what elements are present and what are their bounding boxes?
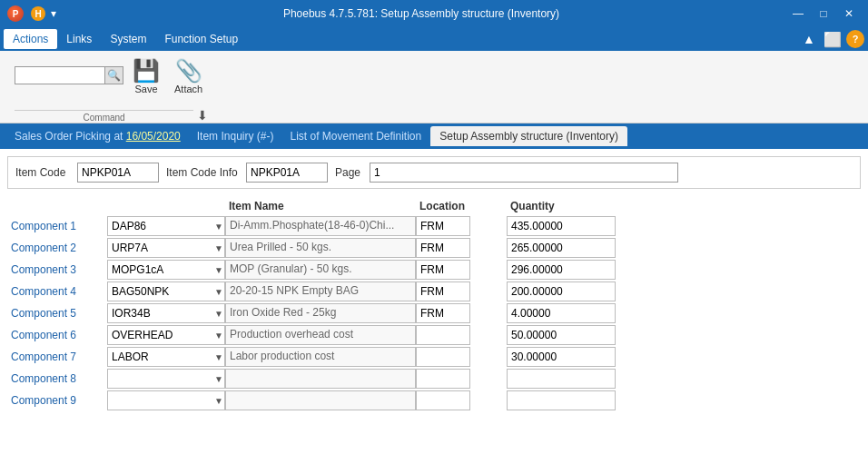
component-3-quantity[interactable]	[507, 260, 616, 280]
command-group-label: Command	[15, 110, 193, 123]
col-header-empty2	[107, 198, 225, 214]
save-label: Save	[134, 84, 157, 94]
table-row: Component 6 OVERHEAD ▼ Production overhe…	[7, 325, 861, 345]
minimize-button[interactable]: —	[786, 4, 810, 24]
col-header-location: Location	[416, 198, 507, 214]
component-9-location[interactable]	[416, 390, 470, 410]
component-6-label: Component 6	[7, 327, 107, 343]
page-label: Page	[335, 166, 362, 179]
search-box: 🔍	[15, 66, 123, 84]
component-5-quantity[interactable]	[507, 303, 616, 323]
attach-icon: 📎	[175, 60, 202, 82]
item-header: Item Code Item Code Info Page	[7, 156, 861, 189]
col-header-empty	[7, 198, 107, 214]
component-5-name: Iron Oxide Red - 25kg	[225, 303, 416, 323]
help-button[interactable]: ?	[846, 30, 864, 48]
table-row: Component 2 URP7A ▼ Urea Prilled - 50 kg…	[7, 238, 861, 258]
table-row: Component 4 BAG50NPK ▼ 20-20-15 NPK Empt…	[7, 281, 861, 301]
component-9-quantity[interactable]	[507, 390, 616, 410]
component-4-name: 20-20-15 NPK Empty BAG	[225, 281, 416, 301]
item-code-info-input[interactable]	[246, 163, 328, 183]
breadcrumb-date: 16/05/2020	[126, 130, 181, 143]
logo-h-icon: H	[31, 6, 45, 21]
window-title: Phoebus 4.7.5.781: Setup Assembly struct…	[56, 7, 786, 20]
close-button[interactable]: ✕	[837, 4, 861, 24]
ribbon-top-row: 🔍 💾 Save 📎 Attach	[15, 58, 208, 96]
menu-links[interactable]: Links	[57, 29, 101, 49]
breadcrumb-movement-def[interactable]: List of Movement Definition	[282, 126, 429, 146]
nav-up-button[interactable]: ▲	[799, 29, 819, 49]
menu-function-setup[interactable]: Function Setup	[155, 29, 247, 49]
component-9-code-wrapper: ▼	[107, 390, 225, 410]
breadcrumb-item-inquiry[interactable]: Item Inquiry (#-)	[190, 126, 281, 146]
breadcrumb-sales-order-label: Sales Order Picking at	[15, 130, 126, 143]
item-code-info-label: Item Code Info	[166, 166, 239, 179]
table-row: Component 7 LABOR ▼ Labor production cos…	[7, 347, 861, 367]
component-3-code-select[interactable]: MOPG1cA	[107, 260, 225, 280]
component-2-location[interactable]	[416, 238, 470, 258]
title-bar-left: P H ▾	[7, 5, 56, 22]
component-9-name	[225, 390, 416, 410]
component-7-location[interactable]	[416, 347, 470, 367]
table-header: Item Name Location Quantity	[7, 196, 861, 216]
component-3-code-wrapper: MOPG1cA ▼	[107, 260, 225, 280]
component-6-code-wrapper: OVERHEAD ▼	[107, 325, 225, 345]
component-3-location[interactable]	[416, 260, 470, 280]
component-6-location[interactable]	[416, 325, 470, 345]
breadcrumb-setup-assembly[interactable]: Setup Assembly structure (Inventory)	[430, 126, 627, 146]
col-header-item-name: Item Name	[225, 198, 416, 214]
save-button[interactable]: 💾 Save	[127, 58, 165, 96]
page-input[interactable]	[370, 163, 678, 183]
table-row: Component 3 MOPG1cA ▼ MOP (Granular) - 5…	[7, 260, 861, 280]
title-bar: P H ▾ Phoebus 4.7.5.781: Setup Assembly …	[0, 0, 868, 27]
component-1-code-select[interactable]: DAP86	[107, 216, 225, 236]
component-2-code-select[interactable]: URP7A	[107, 238, 225, 258]
component-8-label: Component 8	[7, 370, 107, 387]
table-row: Component 9 ▼	[7, 390, 861, 410]
main-content: Item Code Item Code Info Page Item Name …	[0, 149, 868, 474]
component-8-code-wrapper: ▼	[107, 369, 225, 389]
breadcrumb-sales-order[interactable]: Sales Order Picking at 16/05/2020	[7, 126, 188, 146]
component-2-code-wrapper: URP7A ▼	[107, 238, 225, 258]
component-6-name: Production overhead cost	[225, 325, 416, 345]
component-7-code-select[interactable]: LABOR	[107, 347, 225, 367]
component-7-label: Component 7	[7, 349, 107, 365]
menu-system[interactable]: System	[101, 29, 155, 49]
nav-window-button[interactable]: ⬜	[823, 29, 843, 49]
component-9-code-select[interactable]	[107, 390, 225, 410]
attach-label: Attach	[174, 84, 202, 94]
component-4-label: Component 4	[7, 283, 107, 300]
component-5-code-select[interactable]: IOR34B	[107, 303, 225, 323]
search-button[interactable]: 🔍	[105, 66, 123, 84]
component-1-location[interactable]	[416, 216, 470, 236]
breadcrumb-bar: Sales Order Picking at 16/05/2020 Item I…	[0, 123, 868, 149]
ribbon-collapse-button[interactable]: ⬇	[197, 108, 208, 123]
menu-actions[interactable]: Actions	[4, 29, 57, 49]
table-row: Component 1 DAP86 ▼ Di-Amm.Phosphate(18-…	[7, 216, 861, 236]
component-4-code-select[interactable]: BAG50NPK	[107, 281, 225, 301]
component-6-quantity[interactable]	[507, 325, 616, 345]
component-5-location[interactable]	[416, 303, 470, 323]
component-6-code-select[interactable]: OVERHEAD	[107, 325, 225, 345]
menu-bar: Actions Links System Function Setup ▲ ⬜ …	[0, 27, 868, 51]
component-2-label: Component 2	[7, 240, 107, 256]
ribbon: 🔍 💾 Save 📎 Attach Command ⬇	[0, 51, 868, 123]
component-8-location[interactable]	[416, 369, 470, 389]
component-4-quantity[interactable]	[507, 281, 616, 301]
attach-button[interactable]: 📎 Attach	[169, 58, 208, 96]
component-1-label: Component 1	[7, 218, 107, 234]
table-row: Component 8 ▼	[7, 369, 861, 389]
component-7-code-wrapper: LABOR ▼	[107, 347, 225, 367]
component-7-quantity[interactable]	[507, 347, 616, 367]
item-code-input[interactable]	[77, 163, 159, 183]
component-8-code-select[interactable]	[107, 369, 225, 389]
search-input[interactable]	[15, 66, 105, 84]
window-controls: — □ ✕	[786, 4, 861, 24]
component-4-location[interactable]	[416, 281, 470, 301]
component-4-code-wrapper: BAG50NPK ▼	[107, 281, 225, 301]
maximize-button[interactable]: □	[812, 4, 835, 24]
component-2-quantity[interactable]	[507, 238, 616, 258]
component-8-quantity[interactable]	[507, 369, 616, 389]
component-1-quantity[interactable]	[507, 216, 616, 236]
component-3-label: Component 3	[7, 262, 107, 278]
